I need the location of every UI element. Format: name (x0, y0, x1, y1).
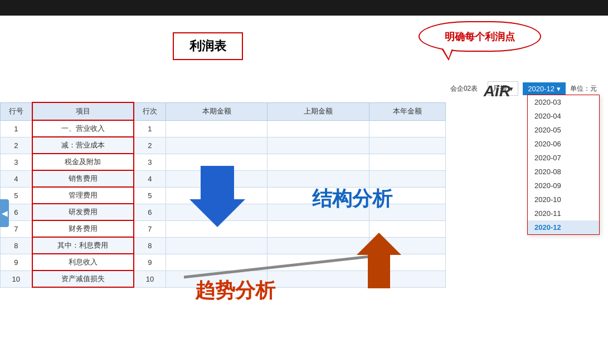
up-arrow-overlay (357, 233, 401, 288)
down-arrow-overlay (189, 166, 245, 227)
cell-xiangmu: 销售费用 (32, 170, 134, 187)
cell-sq (267, 170, 369, 187)
th-hang: 行号 (1, 102, 32, 120)
cell-xiangmu: 财务费用 (32, 220, 134, 237)
svg-marker-0 (189, 166, 245, 227)
cell-hang: 9 (1, 254, 32, 270)
period-value-label: 2020-12 (528, 85, 555, 93)
th-xiangmu: 项目 (32, 102, 134, 120)
cell-ci: 1 (134, 120, 166, 137)
cell-ci: 10 (134, 270, 166, 287)
dropdown-item[interactable]: 2020-06 (528, 137, 599, 151)
cell-bq (166, 137, 267, 154)
callout-text: 明确每个利润点 (445, 30, 515, 43)
th-sq: 上期金额 (267, 102, 369, 120)
table-row: 2 减：营业成本 2 (1, 137, 446, 154)
cell-bn (369, 120, 446, 137)
top-bar (0, 0, 608, 16)
dropdown-item[interactable]: 2020-04 (528, 109, 599, 123)
cell-xiangmu: 其中：利息费用 (32, 237, 134, 254)
table-row: 1 一、营业收入 1 (1, 120, 446, 137)
dropdown-item[interactable]: 2020-08 (528, 165, 599, 179)
cell-hang: 10 (1, 270, 32, 287)
cell-xiangmu: 税金及附加 (32, 154, 134, 170)
qushi-text: 趋势分析 (195, 277, 275, 304)
cell-xiangmu: 减：营业成本 (32, 137, 134, 154)
company-label: 会企02表 (450, 84, 478, 94)
cell-xiangmu: 一、营业收入 (32, 120, 134, 137)
left-tab-icon: ◀ (2, 209, 8, 218)
cell-hang: 1 (1, 120, 32, 137)
period-value-select[interactable]: 2020-12 ▾ (523, 82, 566, 95)
cell-sq (267, 220, 369, 237)
cell-xiangmu: 研发费用 (32, 204, 134, 220)
main-content: 明确每个利润点 利润表 会企02表 月报 ▾ 2020-12 ▾ 单位：元 行号… (0, 16, 608, 364)
cell-sq (267, 154, 369, 170)
cell-bn (369, 170, 446, 187)
cell-ci: 7 (134, 220, 166, 237)
cell-xiangmu: 资产减值损失 (32, 270, 134, 287)
cell-xiangmu: 管理费用 (32, 187, 134, 204)
cell-ci: 5 (134, 187, 166, 204)
title-text: 利润表 (189, 39, 226, 53)
callout: 明确每个利润点 (419, 21, 541, 60)
dropdown-item[interactable]: 2020-09 (528, 179, 599, 193)
cell-bn (369, 137, 446, 154)
jiegou-text: 结构分析 (312, 185, 392, 213)
cell-ci: 3 (134, 154, 166, 170)
period-value-chevron: ▾ (557, 85, 561, 93)
th-hangci: 行次 (134, 102, 166, 120)
cell-hang: 8 (1, 237, 32, 254)
th-bn: 本年金额 (369, 102, 446, 120)
cell-hang: 2 (1, 137, 32, 154)
dropdown-item[interactable]: 2020-07 (528, 151, 599, 165)
title-box: 利润表 (173, 32, 243, 60)
cell-hang: 4 (1, 170, 32, 187)
dropdown-item[interactable]: 2020-03 (528, 95, 599, 109)
controls-bar: 会企02表 月报 ▾ 2020-12 ▾ 单位：元 (0, 81, 608, 96)
table-header-row: 行号 项目 行次 本期金额 上期金额 本年金额 (1, 102, 446, 120)
dropdown-item[interactable]: 2020-10 (528, 193, 599, 206)
cell-ci: 4 (134, 170, 166, 187)
cell-sq (267, 120, 369, 137)
cell-ci: 8 (134, 237, 166, 254)
callout-bubble: 明确每个利润点 (419, 21, 541, 52)
cell-hang: 3 (1, 154, 32, 170)
cell-bn (369, 154, 446, 170)
svg-line-1 (184, 255, 385, 277)
air-text: AiR (484, 82, 510, 100)
period-dropdown: 2020-032020-042020-052020-062020-072020-… (527, 95, 600, 235)
left-collapse-tab[interactable]: ◀ (0, 199, 9, 227)
cell-xiangmu: 利息收入 (32, 254, 134, 270)
cell-ci: 9 (134, 254, 166, 270)
unit-label: 单位：元 (570, 84, 597, 94)
dropdown-item[interactable]: 2020-12 (528, 220, 599, 234)
th-bq: 本期金额 (166, 102, 267, 120)
cell-bq (166, 120, 267, 137)
dropdown-items-container: 2020-032020-042020-052020-062020-072020-… (528, 95, 599, 234)
cell-ci: 2 (134, 137, 166, 154)
cell-ci: 6 (134, 204, 166, 220)
cell-sq (267, 137, 369, 154)
svg-marker-2 (357, 233, 401, 288)
dropdown-item[interactable]: 2020-11 (528, 206, 599, 220)
dropdown-item[interactable]: 2020-05 (528, 123, 599, 137)
